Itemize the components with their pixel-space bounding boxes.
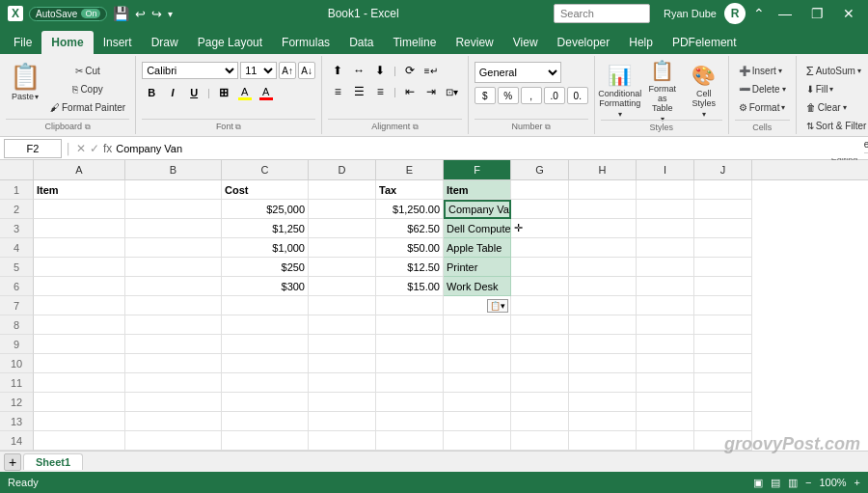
restore-btn[interactable]: ❐ bbox=[805, 6, 829, 21]
col-header-j[interactable]: J bbox=[694, 160, 752, 179]
cell-f14[interactable] bbox=[444, 431, 511, 451]
cell-j3[interactable] bbox=[694, 219, 752, 238]
decrease-indent-button[interactable]: ⇤ bbox=[400, 83, 420, 100]
cell-h6[interactable] bbox=[569, 277, 637, 296]
cell-i1[interactable] bbox=[637, 180, 694, 200]
italic-button[interactable]: I bbox=[163, 83, 182, 102]
cell-b10[interactable] bbox=[125, 354, 222, 373]
cell-e1[interactable]: Tax bbox=[376, 180, 444, 200]
cell-i10[interactable] bbox=[637, 354, 694, 373]
cell-c2[interactable]: $25,000 bbox=[222, 200, 309, 219]
cell-e8[interactable] bbox=[376, 315, 444, 335]
font-color-button[interactable]: A bbox=[257, 83, 276, 102]
cell-h2[interactable] bbox=[569, 200, 637, 219]
tab-data[interactable]: Data bbox=[339, 31, 383, 54]
col-header-a[interactable]: A bbox=[34, 160, 125, 179]
cell-d6[interactable] bbox=[309, 277, 376, 296]
align-middle-button[interactable]: ↔ bbox=[349, 62, 368, 79]
tab-view[interactable]: View bbox=[503, 31, 548, 54]
cell-f3[interactable]: Dell Computer bbox=[444, 219, 511, 238]
cell-f6[interactable]: Work Desk bbox=[444, 277, 511, 296]
cell-j8[interactable] bbox=[694, 315, 752, 335]
bold-button[interactable]: B bbox=[142, 83, 161, 102]
fill-button[interactable]: ⬇ Fill ▾ bbox=[802, 80, 838, 97]
cell-h7[interactable] bbox=[569, 296, 637, 315]
cell-i12[interactable] bbox=[637, 393, 694, 412]
format-as-table-button[interactable]: 📋 Format as Table ▾ bbox=[643, 64, 682, 118]
wrap-text-button[interactable]: ≡↵ bbox=[421, 62, 441, 79]
cell-g4[interactable] bbox=[511, 238, 569, 258]
cell-c7[interactable] bbox=[222, 296, 309, 315]
align-center-button[interactable]: ☰ bbox=[349, 83, 368, 100]
cell-e10[interactable] bbox=[376, 354, 444, 373]
cell-b11[interactable] bbox=[125, 373, 222, 393]
cell-c4[interactable]: $1,000 bbox=[222, 238, 309, 258]
cell-j1[interactable] bbox=[694, 180, 752, 200]
zoom-in-button[interactable]: + bbox=[854, 477, 860, 488]
cell-c9[interactable] bbox=[222, 335, 309, 354]
cut-button[interactable]: ✂ Cut bbox=[46, 62, 129, 79]
cell-f13[interactable] bbox=[444, 412, 511, 431]
cell-c1[interactable]: Cost bbox=[222, 180, 309, 200]
cell-c6[interactable]: $300 bbox=[222, 277, 309, 296]
cell-i8[interactable] bbox=[637, 315, 694, 335]
cell-g2[interactable] bbox=[511, 200, 569, 219]
minimize-btn[interactable]: — bbox=[773, 6, 798, 21]
view-page-icon[interactable]: ▥ bbox=[788, 477, 798, 489]
cell-f8[interactable] bbox=[444, 315, 511, 335]
cell-b9[interactable] bbox=[125, 335, 222, 354]
cell-g6[interactable] bbox=[511, 277, 569, 296]
col-header-f[interactable]: F bbox=[444, 160, 511, 179]
cell-e12[interactable] bbox=[376, 393, 444, 412]
tab-help[interactable]: Help bbox=[619, 31, 663, 54]
cell-c3[interactable]: $1,250 bbox=[222, 219, 309, 238]
col-header-i[interactable]: I bbox=[637, 160, 694, 179]
cell-h14[interactable] bbox=[569, 431, 637, 451]
cell-b6[interactable] bbox=[125, 277, 222, 296]
cell-i7[interactable] bbox=[637, 296, 694, 315]
close-btn[interactable]: ✕ bbox=[837, 6, 860, 21]
tab-file[interactable]: File bbox=[4, 31, 41, 54]
cell-reference-input[interactable] bbox=[4, 139, 62, 158]
cell-a5[interactable] bbox=[34, 258, 125, 277]
font-size-select[interactable]: 11 bbox=[240, 62, 277, 79]
tab-review[interactable]: Review bbox=[446, 31, 502, 54]
cell-i5[interactable] bbox=[637, 258, 694, 277]
cell-styles-button[interactable]: 🎨 Cell Styles ▾ bbox=[686, 64, 722, 118]
tab-timeline[interactable]: Timeline bbox=[383, 31, 446, 54]
cell-g10[interactable] bbox=[511, 354, 569, 373]
conditional-formatting-button[interactable]: 📊 Conditional Formatting ▾ bbox=[601, 64, 639, 118]
cell-i4[interactable] bbox=[637, 238, 694, 258]
decrease-decimal-button[interactable]: .0 bbox=[544, 87, 565, 104]
cell-h8[interactable] bbox=[569, 315, 637, 335]
ribbon-collapse-icon[interactable]: ⌃ bbox=[753, 6, 765, 21]
redo-icon[interactable]: ↪ bbox=[151, 7, 162, 21]
clear-button[interactable]: 🗑 Clear ▾ bbox=[802, 98, 851, 116]
view-normal-icon[interactable]: ▣ bbox=[753, 477, 763, 489]
cell-g7[interactable] bbox=[511, 296, 569, 315]
cell-c5[interactable]: $250 bbox=[222, 258, 309, 277]
cell-f10[interactable] bbox=[444, 354, 511, 373]
cell-d5[interactable] bbox=[309, 258, 376, 277]
cell-g14[interactable] bbox=[511, 431, 569, 451]
sort-filter-button[interactable]: ⇅ Sort & Filter ▾ bbox=[802, 117, 868, 134]
cell-d13[interactable] bbox=[309, 412, 376, 431]
cell-i2[interactable] bbox=[637, 200, 694, 219]
cell-c12[interactable] bbox=[222, 393, 309, 412]
format-painter-button[interactable]: 🖌 Format Painter bbox=[46, 98, 129, 116]
cell-g1[interactable] bbox=[511, 180, 569, 200]
cell-j4[interactable] bbox=[694, 238, 752, 258]
cell-d3[interactable] bbox=[309, 219, 376, 238]
cell-a2[interactable] bbox=[34, 200, 125, 219]
cell-j7[interactable] bbox=[694, 296, 752, 315]
cell-a10[interactable] bbox=[34, 354, 125, 373]
cell-d12[interactable] bbox=[309, 393, 376, 412]
cell-h12[interactable] bbox=[569, 393, 637, 412]
cell-h3[interactable] bbox=[569, 219, 637, 238]
cell-f7[interactable]: 📋▾ bbox=[444, 296, 511, 315]
cell-d10[interactable] bbox=[309, 354, 376, 373]
cell-h13[interactable] bbox=[569, 412, 637, 431]
cell-j11[interactable] bbox=[694, 373, 752, 393]
cell-h1[interactable] bbox=[569, 180, 637, 200]
cell-b3[interactable] bbox=[125, 219, 222, 238]
